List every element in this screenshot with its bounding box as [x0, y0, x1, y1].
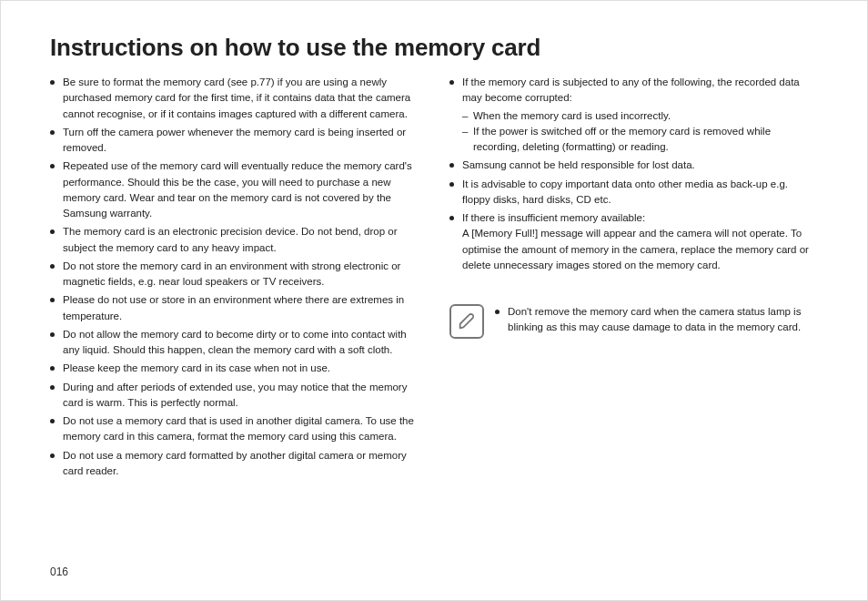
list-item: Please keep the memory card in its case … [50, 361, 419, 376]
sub-list-item: When the memory card is used incorrectly… [462, 108, 818, 124]
list-item: Be sure to format the memory card (see p… [50, 75, 419, 122]
list-item: If the memory card is subjected to any o… [449, 75, 818, 155]
left-column: Be sure to format the memory card (see p… [50, 75, 419, 482]
list-item: Do not use a memory card that is used in… [50, 413, 419, 445]
left-bullet-list: Be sure to format the memory card (see p… [50, 75, 419, 479]
list-item-followup: A [Memory Full!] message will appear and… [462, 226, 818, 273]
list-item: Do not allow the memory card to become d… [50, 327, 419, 359]
sub-list-item: If the power is switched off or the memo… [462, 124, 818, 156]
list-item: It is advisable to copy important data o… [449, 177, 818, 209]
page-title: Instructions on how to use the memory ca… [50, 34, 818, 62]
list-item-text: If there is insufficient memory availabl… [462, 212, 645, 223]
note-bullet-list: Don't remove the memory card when the ca… [495, 304, 818, 339]
right-bullet-list: If the memory card is subjected to any o… [449, 75, 818, 273]
sub-list: When the memory card is used incorrectly… [462, 108, 818, 156]
list-item: Repeated use of the memory card will eve… [50, 158, 419, 221]
note-box: Don't remove the memory card when the ca… [449, 304, 818, 339]
list-item: During and after periods of extended use… [50, 380, 419, 412]
list-item: Don't remove the memory card when the ca… [495, 304, 818, 336]
list-item: Turn off the camera power whenever the m… [50, 125, 419, 157]
note-icon [449, 304, 484, 339]
right-column: If the memory card is subjected to any o… [449, 75, 818, 482]
list-item: Do not store the memory card in an envir… [50, 259, 419, 290]
list-item: Please do not use or store in an environ… [50, 292, 419, 324]
list-item: If there is insufficient memory availabl… [449, 210, 818, 273]
page-number: 016 [50, 565, 68, 578]
manual-page: Instructions on how to use the memory ca… [0, 0, 868, 601]
list-item: The memory card is an electronic precisi… [50, 224, 419, 256]
list-item-text: If the memory card is subjected to any o… [462, 76, 800, 103]
list-item: Samsung cannot be held responsible for l… [449, 158, 818, 173]
pencil-icon [457, 311, 477, 331]
list-item: Do not use a memory card formatted by an… [50, 448, 419, 480]
content-columns: Be sure to format the memory card (see p… [50, 75, 818, 482]
